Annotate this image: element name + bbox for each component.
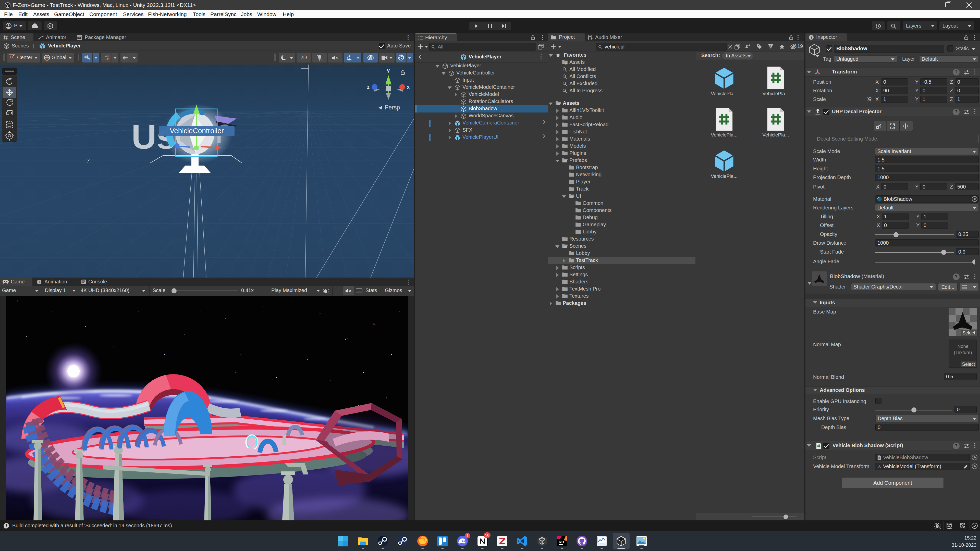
svg-text:RD: RD bbox=[558, 540, 564, 544]
svg-text:y: y bbox=[387, 68, 390, 73]
svg-text:!: ! bbox=[770, 44, 771, 48]
svg-text:VehicleController: VehicleController bbox=[170, 127, 224, 135]
svg-text:x: x bbox=[407, 84, 410, 90]
svg-text:Y: Y bbox=[88, 58, 90, 61]
svg-text:◄ Persp: ◄ Persp bbox=[377, 104, 400, 111]
svg-text:D: D bbox=[49, 24, 52, 28]
svg-text:z: z bbox=[367, 84, 369, 90]
